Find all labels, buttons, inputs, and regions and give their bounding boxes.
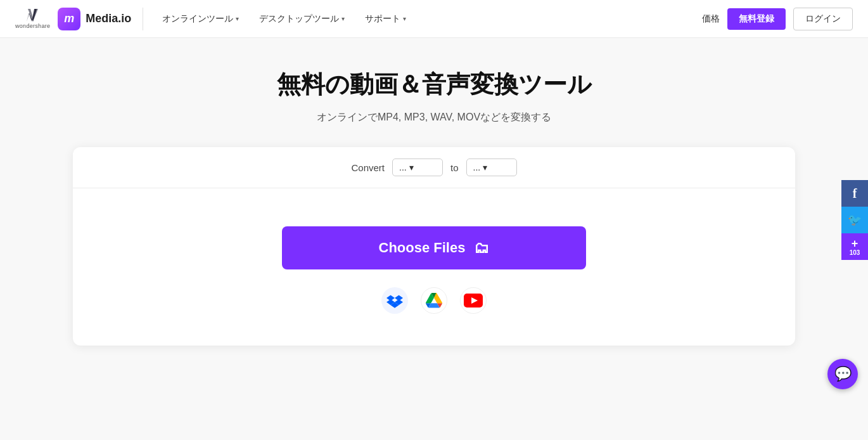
dropbox-icon [386,292,403,309]
media-io-badge: m [58,8,80,30]
dropbox-source-button[interactable] [381,287,408,314]
wondershare-text: wondershare [15,23,50,29]
youtube-source-button[interactable] [460,287,487,314]
upload-area: Choose Files 🗂 [73,188,795,346]
twitter-share-button[interactable]: 🐦 [841,207,868,233]
chevron-down-icon: ▾ [236,15,239,22]
nav-support[interactable]: サポート ▾ [357,8,414,30]
youtube-icon [464,294,483,307]
chevron-down-icon: ▾ [341,15,345,22]
wondershare-logo[interactable]: wondershare [15,9,50,29]
gdrive-icon [426,292,442,309]
choose-files-label: Choose Files [379,240,466,256]
choose-files-button[interactable]: Choose Files 🗂 [282,226,586,269]
from-format-select[interactable]: ... ▾ [392,159,443,176]
chat-button[interactable]: 💬 [827,359,858,384]
media-io-name: Media.io [86,12,131,25]
main-nav: オンラインツール ▾ デスクトップツール ▾ サポート ▾ [155,8,702,30]
chat-icon: 💬 [834,366,852,382]
facebook-share-button[interactable]: f [841,180,868,207]
convert-to-label: to [450,162,459,173]
twitter-icon: 🐦 [848,213,862,227]
login-button[interactable]: ログイン [793,8,853,30]
nav-online-tools[interactable]: オンラインツール ▾ [155,8,246,30]
to-format-select[interactable]: ... ▾ [466,159,517,176]
price-link[interactable]: 価格 [702,13,720,25]
main-content: 無料の動画＆音声変換ツール オンラインでMP4, MP3, WAV, MOVなど… [54,38,814,384]
nav-desktop-tools[interactable]: デスクトップツール ▾ [252,8,352,30]
page-subtitle: オンラインでMP4, MP3, WAV, MOVなどを変換する [69,111,799,124]
social-bar: f 🐦 + 103 [841,180,868,260]
wondershare-icon [24,9,42,22]
media-io-logo[interactable]: m Media.io [58,8,131,30]
page-title: 無料の動画＆音声変換ツール [69,68,799,101]
convert-card: Convert ... ▾ to ... ▾ Choose Files 🗂 [73,147,795,346]
header-actions: 価格 無料登録 ログイン [702,8,853,30]
chevron-down-icon: ▾ [403,15,406,22]
cloud-sources [381,287,487,314]
share-count: 103 [850,249,860,256]
logo-area: wondershare m Media.io [15,8,143,30]
folder-icon: 🗂 [474,239,489,257]
header: wondershare m Media.io オンラインツール ▾ デスクトップ… [0,0,868,38]
convert-label: Convert [351,162,385,173]
plus-share-button[interactable]: + 103 [841,233,868,260]
gdrive-source-button[interactable] [421,287,447,314]
convert-bar: Convert ... ▾ to ... ▾ [73,147,795,188]
plus-icon: + [852,238,858,249]
facebook-icon: f [853,186,857,201]
register-button[interactable]: 無料登録 [727,8,786,30]
